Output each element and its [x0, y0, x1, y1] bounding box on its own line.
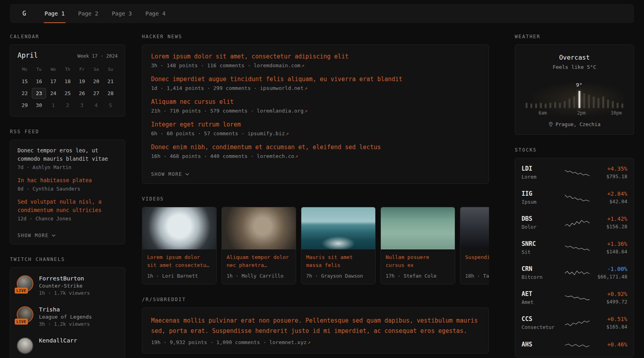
reddit-post-title[interactable]: Maecenas mollis pulvinar erat non posuer… — [151, 316, 480, 336]
rss-item-title[interactable]: In hac habitasse platea — [17, 176, 118, 185]
twitch-channel-row[interactable]: LIVE Trisha League of Legends 3h · 1.2k … — [10, 301, 125, 332]
external-link-icon: ↗ — [307, 339, 310, 345]
temperature-now-label: 9° — [576, 82, 582, 88]
temperature-bar — [526, 103, 528, 108]
tab-page-3[interactable]: Page 3 — [105, 4, 139, 23]
stock-price: $499.72 — [593, 299, 627, 305]
stock-id: IIG Ipsum — [522, 190, 561, 205]
stock-name: Ipsum — [522, 199, 561, 205]
video-card[interactable]: Lorem ipsum dolor sit amet consectetu… 1… — [142, 207, 217, 284]
stock-name: Amet — [522, 299, 561, 305]
reddit-post-source-link[interactable]: loremnet.xyz — [269, 339, 306, 345]
news-item-title[interactable]: Donec enim nibh, condimentum et accumsan… — [151, 144, 480, 151]
news-item-title[interactable]: Aliquam nec cursus elit — [151, 98, 480, 105]
stock-values: -1.00% $66,171.48 — [593, 266, 627, 280]
news-item-meta: 1d · 1,414 points · 299 comments · ipsum… — [151, 85, 480, 91]
temperature-bar — [564, 101, 566, 108]
channel-info: Trisha League of Legends 3h · 1.2k viewe… — [39, 306, 92, 327]
news-item-stats: 6h · 60 points · 57 comments · — [151, 130, 248, 136]
temperature-bar — [597, 98, 599, 108]
news-item-source-link[interactable]: loremdomain.com — [254, 62, 300, 68]
news-item-title[interactable]: Integer eget rutrum lorem — [151, 121, 480, 128]
news-item-stats: 16h · 468 points · 440 comments · — [151, 153, 257, 159]
video-card[interactable]: Nullam posuere cursus ex 17h · Stefan Co… — [380, 207, 455, 284]
news-item: Integer eget rutrum lorem 6h · 60 points… — [151, 121, 480, 136]
external-link-icon: ↗ — [301, 62, 305, 68]
stock-id: DBS Dolor — [522, 215, 561, 230]
rss-item-title[interactable]: Sed volutpat nulla nisl, a condimentum n… — [17, 198, 118, 214]
external-link-icon: ↗ — [305, 85, 308, 91]
temperature-bar — [602, 96, 604, 108]
stock-symbol: CCS — [522, 315, 561, 323]
video-title: Nullam posuere cursus ex — [381, 249, 455, 270]
hacker-news-show-more-button[interactable]: SHOW MORE — [151, 171, 189, 177]
stock-sparkline — [561, 268, 593, 278]
video-thumbnail — [222, 207, 296, 249]
temperature-bar — [588, 95, 590, 108]
stock-price: $795.18 — [593, 173, 627, 179]
news-item: Aliquam nec cursus elit 21h · 710 points… — [151, 98, 480, 114]
video-meta: 1h · Molly Carrillo — [222, 270, 296, 284]
twitch-section: TWITCH CHANNELS LIVE ForrestBurton Count… — [10, 257, 125, 358]
stock-sparkline — [561, 243, 593, 253]
calendar-day-header: Tu — [32, 64, 46, 75]
calendar-day: 5 — [103, 100, 118, 111]
rss-item-title[interactable]: Donec tempor eros leo, ut commodo mauris… — [17, 146, 118, 163]
location-pin-icon — [549, 122, 553, 127]
stock-symbol: AHS — [522, 341, 561, 348]
calendar-week-label: Week 17 · 2024 — [78, 53, 118, 59]
video-card[interactable]: Mauris sit amet massa felis 7h · Grayson… — [301, 207, 376, 284]
tab-page-4[interactable]: Page 4 — [139, 4, 173, 23]
calendar-day-header: Th — [60, 64, 75, 75]
stock-price: $66,171.48 — [593, 274, 627, 280]
tab-page-2[interactable]: Page 2 — [72, 4, 105, 23]
stock-id: LDI Lorem — [522, 165, 561, 180]
calendar-day: 18 — [60, 76, 75, 87]
news-item-source-link[interactable]: loremlandia.org — [257, 108, 303, 114]
stock-sparkline — [561, 193, 593, 202]
stock-values: +0.92% $499.72 — [593, 291, 627, 305]
stock-row: AHS +0.46% — [515, 335, 634, 355]
app-logo[interactable]: G — [16, 7, 32, 20]
stock-name: Consectetur — [522, 324, 561, 330]
weather-chart-area: 9° 6am 2pm 10pm — [525, 80, 624, 116]
stock-row: LDI Lorem +4.35% $795.18 — [515, 160, 634, 185]
channel-avatar-image — [17, 337, 33, 354]
news-item-stats: 1d · 1,414 points · 299 comments · — [151, 85, 260, 91]
live-badge: LIVE — [15, 288, 28, 294]
temperature-bar — [568, 99, 570, 108]
calendar-day: 21 — [103, 76, 118, 87]
stock-price: $42.04 — [593, 198, 627, 204]
news-item-source-link[interactable]: ipsumworld.net — [260, 85, 304, 91]
stock-sparkline — [561, 168, 593, 177]
twitch-channel-row[interactable]: LIVE ForrestBurton Counter-Strike 1h · 1… — [10, 270, 125, 301]
calendar-day: 2 — [60, 100, 75, 111]
rss-item-meta: 8d · Cynthia Saunders — [17, 186, 118, 192]
stock-sparkline — [561, 318, 593, 328]
calendar-day: 25 — [60, 88, 75, 99]
tab-page-1[interactable]: Page 1 — [38, 4, 72, 23]
twitch-channel-row[interactable]: KendallCarr — [10, 332, 125, 358]
calendar-day: 1 — [46, 100, 60, 111]
news-item-title[interactable]: Lorem ipsum dolor sit amet, consectetur … — [151, 53, 480, 60]
temperature-bar — [593, 96, 595, 108]
stock-change: +0.51% — [593, 316, 627, 322]
subreddit-widget: Maecenas mollis pulvinar erat non posuer… — [142, 307, 489, 354]
dashboard: CALENDAR April Week 17 · 2024 Mo Tu We T… — [0, 23, 644, 358]
channel-meta: 3h · 1.2k viewers — [39, 321, 92, 327]
news-item-source-link[interactable]: ipsumify.biz — [248, 130, 285, 136]
video-meta: 7h · Grayson Dawson — [301, 270, 375, 284]
news-item-meta: 6h · 60 points · 57 comments · ipsumify.… — [151, 130, 480, 136]
temperature-bar — [621, 103, 623, 108]
hour-label: 2pm — [577, 110, 586, 116]
channel-info: KendallCarr — [39, 337, 77, 344]
video-meta: 1h · Lori Barnett — [142, 270, 216, 284]
section-title-subreddit: /R/SUBREDDIT — [142, 297, 489, 302]
rss-show-more-button[interactable]: SHOW MORE — [17, 233, 56, 238]
stock-values: +0.46% — [593, 341, 627, 349]
news-item-title[interactable]: Donec imperdiet augue tincidunt felis al… — [151, 76, 480, 83]
stocks-widget: LDI Lorem +4.35% $795.18 IIG Ipsum — [515, 158, 634, 357]
video-card[interactable]: Suspendisse diam 18h · Tara — [460, 207, 489, 284]
video-card[interactable]: Aliquam tempor dolor nec pharetra… 1h · … — [221, 207, 296, 284]
news-item-source-link[interactable]: loremtech.co — [257, 153, 294, 159]
